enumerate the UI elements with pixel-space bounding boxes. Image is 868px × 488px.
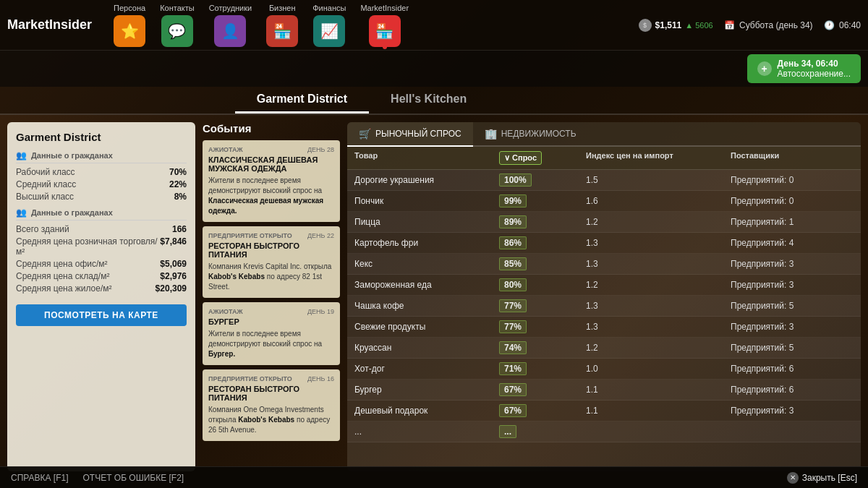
nav-contacts[interactable]: Контакты 💬: [160, 4, 195, 47]
cell-price-5: 1.2: [586, 280, 731, 290]
table-row[interactable]: Бургер 67% 1.1 Предприятий: 6: [347, 380, 861, 401]
market-table: Товар ∨ Спрос Индекс цен на импорт Поста…: [347, 147, 861, 471]
col-demand[interactable]: ∨ Спрос: [499, 151, 586, 165]
cell-demand-2: 89%: [499, 215, 586, 228]
bug-report-key[interactable]: ОТЧЕТ ОБ ОШИБКЕ [F2]: [83, 473, 184, 483]
office-price-row: Средняя цена офис/м² $5,069: [16, 259, 187, 269]
upper-class-label: Высший класс: [16, 192, 74, 202]
table-row[interactable]: Замороженная еда 80% 1.2 Предприятий: 3: [347, 275, 861, 296]
district-tabs: Garment District Hell's Kitchen: [0, 87, 868, 115]
cell-product-6: Чашка кофе: [354, 301, 499, 311]
nav-persona[interactable]: Персона ⭐: [114, 4, 145, 47]
col-demand-label: ∨ Спрос: [499, 151, 542, 165]
cell-demand-3: 86%: [499, 236, 586, 249]
event-header-1: ПРЕДПРИЯТИЕ ОТКРЫТО ДЕНЬ 22: [208, 232, 334, 239]
retail-price-label: Средняя цена розничная торговля/м²: [16, 236, 160, 257]
left-panel-title: Garment District: [16, 131, 187, 143]
cell-price-3: 1.3: [586, 238, 731, 248]
table-row[interactable]: Кекс 85% 1.3 Предприятий: 3: [347, 254, 861, 275]
cell-suppliers-2: Предприятий: 1: [731, 217, 854, 227]
nav-persona-btn[interactable]: ⭐: [114, 15, 145, 47]
event-header-2: АЖИОТАЖ ДЕНЬ 19: [208, 308, 334, 315]
clock-icon: 🕐: [824, 20, 835, 30]
residential-price-value: $20,309: [156, 283, 187, 294]
event-card-1: ПРЕДПРИЯТИЕ ОТКРЫТО ДЕНЬ 22 РЕСТОРАН БЫС…: [203, 226, 340, 298]
autosave-day: День 34, 06:40: [778, 59, 851, 69]
tab-garment-district[interactable]: Garment District: [235, 87, 369, 114]
cell-suppliers-11: Предприятий: 3: [731, 406, 854, 416]
cell-suppliers-1: Предприятий: 0: [731, 196, 854, 206]
top-navigation: MarketInsider Персона ⭐ Контакты 💬 Сотру…: [0, 0, 868, 51]
cell-price-6: 1.3: [586, 301, 731, 311]
table-row[interactable]: Хот-дог 71% 1.0 Предприятий: 6: [347, 359, 861, 380]
tab-hells-kitchen[interactable]: Hell's Kitchen: [369, 87, 488, 114]
residential-price-row: Средняя цена жилое/м² $20,309: [16, 283, 187, 294]
view-on-map-button[interactable]: ПОСМОТРЕТЬ НА КАРТЕ: [16, 304, 187, 326]
table-row[interactable]: Чашка кофе 77% 1.3 Предприятий: 5: [347, 296, 861, 317]
cell-product-5: Замороженная еда: [354, 280, 499, 290]
working-class-row: Рабочий класс 70%: [16, 167, 187, 177]
working-class-value: 70%: [169, 167, 187, 177]
nav-employees-btn[interactable]: 👤: [214, 15, 246, 47]
cell-price-10: 1.1: [586, 385, 731, 395]
nav-business-btn[interactable]: 🏪: [266, 15, 298, 47]
col-suppliers: Поставщики: [731, 151, 854, 165]
nav-employees[interactable]: Сотрудники 👤: [209, 4, 252, 47]
table-row[interactable]: ... ...: [347, 421, 861, 442]
event-type-0: АЖИОТАЖ: [208, 146, 243, 153]
citizen-icon: 👥: [16, 150, 27, 160]
citizen-header-text: Данные о гражданах: [31, 151, 113, 160]
bottom-left: СПРАВКА [F1] ОТЧЕТ ОБ ОШИБКЕ [F2]: [11, 473, 184, 483]
office-price-label: Средняя цена офис/м²: [16, 259, 108, 269]
cell-demand-7: 77%: [499, 320, 586, 333]
cell-price-7: 1.3: [586, 322, 731, 332]
help-key[interactable]: СПРАВКА [F1]: [11, 473, 69, 483]
table-row[interactable]: Картофель фри 86% 1.3 Предприятий: 4: [347, 233, 861, 254]
nav-marketinsider-btn[interactable]: 🏪: [369, 15, 401, 47]
table-row[interactable]: Пончик 99% 1.6 Предприятий: 0: [347, 191, 861, 212]
tab-real-estate[interactable]: 🏢 НЕДВИЖИМОСТЬ: [473, 122, 588, 147]
table-row[interactable]: Пицца 89% 1.2 Предприятий: 1: [347, 212, 861, 233]
table-row[interactable]: Дорогие украшения 100% 1.5 Предприятий: …: [347, 170, 861, 191]
event-header-3: ПРЕДПРИЯТИЕ ОТКРЫТО ДЕНЬ 16: [208, 375, 334, 382]
nav-contacts-btn[interactable]: 💬: [161, 15, 193, 47]
cell-suppliers-7: Предприятий: 3: [731, 322, 854, 332]
event-header-0: АЖИОТАЖ ДЕНЬ 28: [208, 146, 334, 153]
autosave-button[interactable]: + День 34, 06:40 Автосохранение...: [747, 54, 861, 83]
event-type-2: АЖИОТАЖ: [208, 308, 243, 315]
total-buildings-label: Всего зданий: [16, 224, 69, 234]
tab-market-demand[interactable]: 🛒 РЫНОЧНЫЙ СПРОС: [347, 122, 473, 147]
cell-demand-10: 67%: [499, 383, 586, 396]
upper-class-value: 8%: [174, 192, 187, 202]
cell-suppliers-9: Предприятий: 6: [731, 364, 854, 374]
nav-finance[interactable]: Финансы 📈: [312, 4, 346, 47]
table-row[interactable]: Дешевый подарок 67% 1.1 Предприятий: 3: [347, 401, 861, 421]
cell-demand-4: 85%: [499, 257, 586, 270]
warehouse-price-value: $2,976: [160, 271, 187, 281]
table-row[interactable]: Круассан 74% 1.2 Предприятий: 5: [347, 338, 861, 359]
cell-price-8: 1.2: [586, 343, 731, 353]
retail-price-row: Средняя цена розничная торговля/м² $7,84…: [16, 236, 187, 257]
close-button[interactable]: ✕ Закрыть [Esc]: [787, 472, 857, 484]
cell-price-1: 1.6: [586, 196, 731, 206]
nav-business[interactable]: Бизнен 🏪: [266, 4, 298, 47]
cell-suppliers-6: Предприятий: 5: [731, 301, 854, 311]
cell-suppliers-0: Предприятий: 0: [731, 175, 854, 185]
main-content: Garment District 👥 Данные о гражданах Ра…: [0, 115, 868, 479]
autosave-text: День 34, 06:40 Автосохранение...: [778, 59, 851, 79]
cell-demand-8: 74%: [499, 341, 586, 354]
market-panel: 🛒 РЫНОЧНЫЙ СПРОС 🏢 НЕДВИЖИМОСТЬ Товар ∨ …: [347, 122, 861, 471]
table-body: Дорогие украшения 100% 1.5 Предприятий: …: [347, 170, 861, 442]
table-row[interactable]: Свежие продукты 77% 1.3 Предприятий: 3: [347, 317, 861, 338]
event-name-1: РЕСТОРАН БЫСТРОГО ПИТАНИЯ: [208, 241, 334, 259]
money-icon: $: [639, 19, 652, 32]
citizen-section-header: 👥 Данные о гражданах: [16, 150, 187, 163]
nav-marketinsider[interactable]: MarketInsider 🏪: [360, 4, 409, 47]
top-right-info: $ $1,511 ▲ 5606 📅 Суббота (день 34) 🕐 06…: [639, 19, 861, 32]
cell-price-2: 1.2: [586, 217, 731, 227]
money-change: ▲ 5606: [685, 21, 712, 30]
nav-finance-btn[interactable]: 📈: [313, 15, 345, 47]
time-display: 🕐 06:40: [824, 20, 861, 30]
bottom-bar: СПРАВКА [F1] ОТЧЕТ ОБ ОШИБКЕ [F2] ✕ Закр…: [0, 466, 868, 488]
cell-product-4: Кекс: [354, 259, 499, 269]
